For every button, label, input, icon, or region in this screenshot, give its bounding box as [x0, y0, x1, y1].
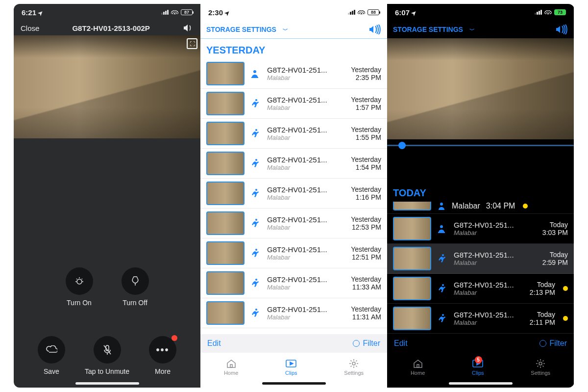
clip-location: Malabar	[267, 224, 345, 231]
clip-row[interactable]: G8T2-HV01-251...MalabarYesterday1:55 PM	[200, 119, 387, 149]
battery-icon: 87	[181, 9, 193, 15]
tab-clips[interactable]: 5 Clips	[472, 358, 484, 376]
clip-row[interactable]: G8T2-HV01-251...MalabarYesterday2:35 PM	[200, 59, 387, 89]
clip-row[interactable]: G8T2-HV01-251...MalabarToday2:11 PM	[387, 304, 574, 334]
clip-location: Malabar	[454, 259, 537, 266]
speaker-icon[interactable]	[183, 24, 194, 32]
clip-time: Today3:03 PM	[542, 221, 568, 236]
clip-row[interactable]: G8T2-HV01-251...MalabarYesterday12:53 PM	[200, 209, 387, 238]
motion-icon	[250, 218, 261, 228]
clock: 2:30	[208, 8, 223, 17]
close-button[interactable]: Close	[21, 24, 39, 32]
clip-row[interactable]: G8T2-HV01-251...MalabarToday2:59 PM	[387, 244, 574, 274]
edit-button[interactable]: Edit	[207, 339, 221, 348]
svg-point-4	[255, 99, 257, 101]
tab-bar: Home 5 Clips Settings	[387, 353, 574, 381]
sound-icon[interactable]	[555, 25, 568, 34]
clip-time: Today2:59 PM	[542, 251, 568, 266]
phone-live-view: 6:21 87 Close G8T2-HV01-2513-002P ⛶	[14, 4, 200, 388]
battery-icon: 88	[368, 9, 379, 15]
filter-button[interactable]: Filter	[539, 339, 567, 348]
svg-rect-12	[230, 365, 232, 367]
sound-icon[interactable]	[368, 25, 381, 34]
clip-time: Today2:13 PM	[530, 281, 555, 296]
status-bar: 6:21 87	[14, 4, 200, 21]
unread-dot	[523, 204, 528, 209]
more-badge	[172, 335, 177, 341]
tab-settings[interactable]: Settings	[344, 358, 364, 376]
clip-name: G8T2-HV01-251...	[454, 281, 524, 289]
scrubber[interactable]	[387, 139, 574, 151]
clip-location: Malabar	[267, 194, 345, 201]
circle-icon	[539, 340, 546, 347]
fullscreen-icon[interactable]: ⛶	[187, 38, 197, 49]
location-icon	[412, 8, 416, 17]
tab-home[interactable]: Home	[411, 358, 425, 376]
save-button[interactable]	[38, 336, 65, 364]
turn-on-button[interactable]	[66, 267, 93, 295]
thumbnail	[206, 301, 245, 325]
motion-icon	[250, 278, 261, 288]
motion-icon	[437, 254, 448, 263]
thumbnail	[206, 92, 245, 115]
turn-off-button[interactable]	[122, 267, 149, 295]
svg-point-7	[255, 189, 257, 191]
tab-home[interactable]: Home	[224, 358, 238, 376]
clip-list: G8T2-HV01-251...MalabarYesterday2:35 PMG…	[200, 59, 387, 328]
svg-point-6	[255, 159, 257, 161]
phone-clips-dark: 6:07 73 STORAGE SETTINGS ﹀ TODAY Malabar…	[387, 4, 574, 388]
chevron-down-icon: ﹀	[281, 27, 288, 33]
status-bar: 6:07 73	[387, 4, 574, 21]
clip-row[interactable]: G8T2-HV01-251...MalabarYesterday11:31 AM	[200, 298, 387, 328]
thumbnail	[206, 62, 245, 85]
clip-name: G8T2-HV01-251...	[267, 126, 345, 134]
camera-feed[interactable]: ⛶	[14, 35, 200, 138]
svg-point-5	[255, 129, 257, 131]
clip-location: Malabar	[267, 104, 345, 111]
clip-time: Yesterday1:16 PM	[351, 185, 381, 201]
filter-button[interactable]: Filter	[353, 339, 380, 348]
gear-icon	[348, 358, 360, 369]
storage-settings-button[interactable]: STORAGE SETTINGS ﹀	[393, 26, 475, 34]
clip-location: Malabar	[267, 74, 345, 81]
storage-settings-button[interactable]: STORAGE SETTINGS ﹀	[206, 26, 288, 34]
home-indicator[interactable]	[262, 382, 326, 385]
motion-icon	[250, 129, 261, 138]
scrubber-knob[interactable]	[398, 142, 406, 149]
circle-icon	[353, 340, 360, 347]
clip-row[interactable]: G8T2-HV01-251...MalabarToday3:03 PM	[387, 214, 574, 244]
svg-point-10	[255, 279, 257, 281]
clip-name: G8T2-HV01-251...	[454, 221, 537, 229]
clip-row-partial[interactable]: Malabar 3:04 PM	[387, 202, 574, 214]
clip-row[interactable]: G8T2-HV01-251...MalabarToday2:13 PM	[387, 274, 574, 304]
location-icon	[225, 8, 230, 17]
unmute-button[interactable]	[94, 336, 121, 364]
tab-clips[interactable]: Clips	[285, 358, 297, 376]
svg-point-14	[352, 362, 355, 365]
clip-name: G8T2-HV01-251...	[267, 305, 345, 314]
motion-icon	[250, 188, 261, 198]
clip-row[interactable]: G8T2-HV01-251...MalabarYesterday1:16 PM	[200, 179, 387, 209]
edit-button[interactable]: Edit	[394, 339, 408, 348]
chevron-down-icon: ﹀	[468, 27, 475, 33]
clip-row[interactable]: G8T2-HV01-251...MalabarYesterday11:33 AM	[200, 268, 387, 298]
clip-location: Malabar	[267, 254, 345, 261]
home-indicator[interactable]	[449, 382, 513, 385]
home-icon	[412, 358, 424, 369]
clip-time: Yesterday12:53 PM	[351, 215, 381, 231]
thumbnail	[206, 122, 245, 145]
nav-bar: Close G8T2-HV01-2513-002P	[14, 21, 200, 35]
clip-name: G8T2-HV01-251...	[267, 66, 345, 74]
clip-name: G8T2-HV01-251...	[267, 275, 345, 284]
clock: 6:21	[22, 8, 36, 17]
clip-row[interactable]: G8T2-HV01-251...MalabarYesterday1:57 PM	[200, 89, 387, 119]
thumbnail	[393, 247, 431, 270]
clip-name: G8T2-HV01-251...	[267, 215, 345, 224]
clip-row[interactable]: G8T2-HV01-251...MalabarYesterday1:54 PM	[200, 149, 387, 179]
clips-badge: 5	[475, 356, 482, 364]
clip-row[interactable]: G8T2-HV01-251...MalabarYesterday12:51 PM	[200, 238, 387, 268]
svg-point-19	[442, 284, 444, 286]
home-indicator[interactable]	[75, 382, 139, 385]
tab-settings[interactable]: Settings	[531, 358, 550, 376]
camera-feed[interactable]	[387, 38, 574, 139]
